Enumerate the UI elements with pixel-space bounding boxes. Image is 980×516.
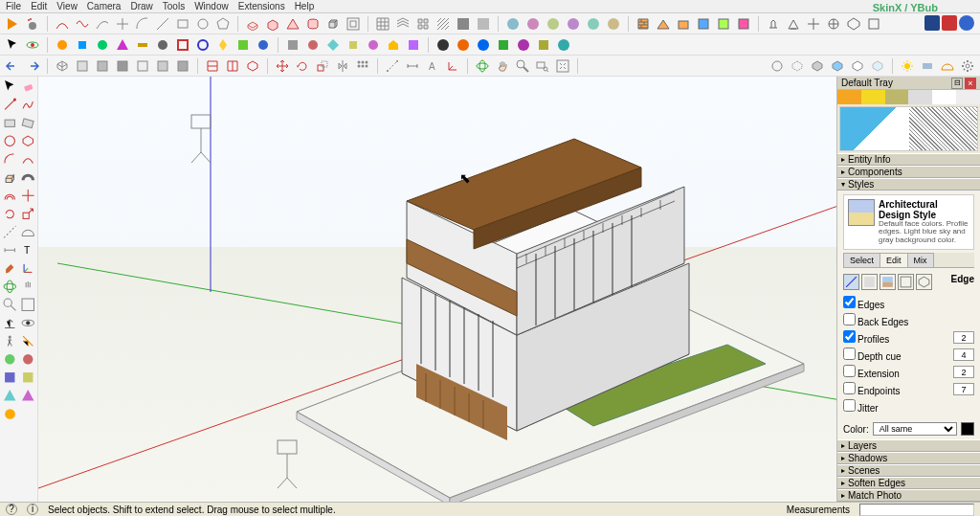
- protract-icon[interactable]: [939, 57, 956, 75]
- scale-icon[interactable]: [314, 57, 331, 75]
- offset-icon[interactable]: [345, 15, 362, 33]
- extrude4-icon[interactable]: [304, 15, 322, 33]
- poly-icon[interactable]: [214, 15, 232, 33]
- pointer-icon[interactable]: [4, 36, 21, 54]
- curve4-icon[interactable]: [114, 15, 131, 33]
- menu-tools[interactable]: Tools: [163, 1, 185, 11]
- rect-tool-icon[interactable]: [2, 115, 18, 131]
- material5-icon[interactable]: [585, 15, 602, 33]
- wall4-icon[interactable]: [695, 15, 712, 33]
- zoom-tool-icon[interactable]: [2, 297, 18, 313]
- fog-icon[interactable]: [919, 57, 936, 75]
- material2-icon[interactable]: [524, 15, 542, 33]
- extra6-icon[interactable]: [20, 388, 36, 404]
- plugin11-icon[interactable]: [255, 36, 272, 54]
- offset-tool-icon[interactable]: [2, 188, 18, 204]
- render2-icon[interactable]: [455, 36, 472, 54]
- val-endpoints[interactable]: [953, 383, 974, 395]
- tape-icon[interactable]: [384, 57, 401, 75]
- material4-icon[interactable]: [565, 15, 582, 33]
- orbit-tool-icon[interactable]: [2, 279, 18, 295]
- protractor-tool-icon[interactable]: [20, 224, 36, 240]
- chk-edges[interactable]: Edges: [843, 296, 884, 310]
- tab-edit[interactable]: Edit: [880, 253, 908, 267]
- plugin9-icon[interactable]: [214, 36, 232, 54]
- look-tool-icon[interactable]: [20, 315, 36, 331]
- rotate-tool-icon[interactable]: [2, 206, 18, 222]
- section1-icon[interactable]: [204, 57, 221, 75]
- plugin4-icon[interactable]: [114, 36, 131, 54]
- axes-tool-icon[interactable]: [20, 260, 36, 277]
- edge-color-swatch[interactable]: [961, 422, 974, 436]
- bg-settings-icon[interactable]: [880, 274, 896, 290]
- plugin15-icon[interactable]: [345, 36, 362, 54]
- help-icon[interactable]: i: [27, 504, 38, 515]
- scale-tool-icon[interactable]: [20, 206, 36, 222]
- wall5-icon[interactable]: [715, 15, 732, 33]
- val-extension[interactable]: [953, 366, 974, 378]
- material1-icon[interactable]: [504, 15, 522, 33]
- plugin16-icon[interactable]: [365, 36, 382, 54]
- circle-icon[interactable]: [194, 15, 212, 33]
- curve3-icon[interactable]: [94, 15, 111, 33]
- extra1-icon[interactable]: [2, 351, 18, 368]
- polygon-tool-icon[interactable]: [20, 133, 36, 149]
- front-icon[interactable]: [94, 57, 111, 75]
- color-swatches[interactable]: [837, 90, 980, 104]
- paint-tool-icon[interactable]: [2, 260, 18, 277]
- arc-tool-icon[interactable]: [2, 151, 18, 168]
- hatch1-icon[interactable]: [434, 15, 452, 33]
- plugin7-icon[interactable]: [174, 36, 191, 54]
- chk-back-edges[interactable]: Back Edges: [843, 313, 908, 327]
- axes-icon[interactable]: [444, 57, 461, 75]
- array-icon[interactable]: [354, 57, 371, 75]
- sun-icon[interactable]: [899, 57, 916, 75]
- extra3-icon[interactable]: [2, 370, 18, 386]
- panel-shadows[interactable]: Shadows: [837, 452, 980, 464]
- pushpull-tool-icon[interactable]: [2, 169, 18, 186]
- hatch2-icon[interactable]: [455, 15, 472, 33]
- val-profiles[interactable]: [953, 331, 974, 344]
- render4-icon[interactable]: [495, 36, 512, 54]
- extrude3-icon[interactable]: [284, 15, 301, 33]
- curve1-icon[interactable]: [54, 15, 71, 33]
- plugin8-icon[interactable]: [194, 36, 212, 54]
- menu-file[interactable]: File: [6, 1, 21, 11]
- panel-layers[interactable]: Layers: [837, 439, 980, 452]
- render3-icon[interactable]: [475, 36, 492, 54]
- zoomext-tool-icon[interactable]: [20, 297, 36, 313]
- watermark-icon[interactable]: [898, 274, 914, 290]
- select-tool-icon[interactable]: [2, 79, 18, 95]
- plugin17-icon[interactable]: [385, 36, 402, 54]
- wall1-icon[interactable]: [635, 15, 652, 33]
- style-tex-icon[interactable]: [829, 57, 846, 75]
- grid1-icon[interactable]: [374, 15, 391, 33]
- grid2-icon[interactable]: [394, 15, 412, 33]
- style-mono-icon[interactable]: [849, 57, 866, 75]
- plugin1-icon[interactable]: [54, 36, 71, 54]
- tray-pin-icon[interactable]: ⊟: [951, 78, 963, 89]
- menu-window[interactable]: Window: [194, 1, 229, 11]
- dim-tool-icon[interactable]: [2, 242, 18, 258]
- render5-icon[interactable]: [515, 36, 532, 54]
- bottom-icon[interactable]: [174, 57, 191, 75]
- chk-profiles[interactable]: Profiles: [843, 330, 889, 345]
- panel-styles[interactable]: Styles: [837, 178, 980, 191]
- section3-icon[interactable]: [244, 57, 261, 75]
- freehand-tool-icon[interactable]: [20, 97, 36, 113]
- style-thumbnail[interactable]: [848, 199, 875, 226]
- chk-endpoints[interactable]: Endpoints: [843, 382, 900, 396]
- follow-tool-icon[interactable]: [20, 169, 36, 186]
- view3-icon[interactable]: [805, 15, 822, 33]
- plugin10-icon[interactable]: [234, 36, 252, 54]
- menu-edit[interactable]: Edit: [31, 1, 47, 11]
- view1-icon[interactable]: [765, 15, 782, 33]
- move-icon[interactable]: [274, 57, 291, 75]
- plugin5-icon[interactable]: [134, 36, 151, 54]
- orbit-small-icon[interactable]: [24, 36, 41, 54]
- face-settings-icon[interactable]: [861, 274, 878, 290]
- section-tool-icon[interactable]: [20, 333, 36, 349]
- extra5-icon[interactable]: [2, 388, 18, 404]
- hatch3-icon[interactable]: [475, 15, 492, 33]
- panel-soften[interactable]: Soften Edges: [837, 477, 980, 489]
